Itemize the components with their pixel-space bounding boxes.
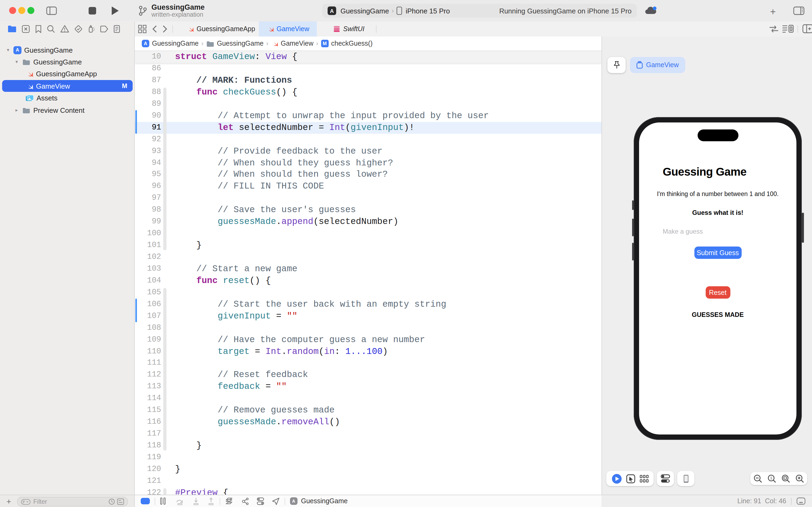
filter-field[interactable]: Filter: [17, 497, 128, 506]
reports-navigator-icon[interactable]: [113, 24, 120, 33]
line-number[interactable]: 98: [135, 204, 161, 216]
go-forward-icon[interactable]: [162, 25, 168, 33]
toggle-inspector-icon[interactable]: [793, 6, 805, 15]
code-line[interactable]: 91 let selectedNumber = Int(givenInput)!: [135, 122, 601, 133]
code-line[interactable]: 104 func reset() {: [135, 275, 601, 287]
code-line[interactable]: 89: [135, 98, 601, 110]
code-line[interactable]: 101 }: [135, 239, 601, 251]
editor-options-icon[interactable]: [782, 24, 794, 33]
code-line[interactable]: 107 givenInput = "": [135, 310, 601, 322]
selectable-mode-icon[interactable]: [626, 474, 635, 483]
line-number[interactable]: 111: [135, 357, 161, 369]
line-number[interactable]: 94: [135, 157, 161, 169]
code-line[interactable]: 117: [135, 428, 601, 440]
branch-name[interactable]: written-explanation: [152, 11, 205, 18]
stop-button[interactable]: [89, 7, 96, 14]
code-line[interactable]: 92: [135, 133, 601, 145]
tree-item-guessinggameapp[interactable]: GuessingGameApp: [0, 68, 134, 80]
line-number[interactable]: 90: [135, 110, 161, 122]
guess-input[interactable]: Make a guess: [663, 228, 703, 235]
scheme-name[interactable]: GuessingGame: [341, 7, 389, 15]
disclosure-down-icon[interactable]: ▾: [5, 47, 11, 53]
debug-navigator-icon[interactable]: [88, 24, 95, 33]
pin-preview-button[interactable]: [607, 57, 626, 73]
code-line[interactable]: 113 feedback = "": [135, 381, 601, 393]
line-number[interactable]: 121: [135, 475, 161, 487]
code-line[interactable]: 10struct GameView: View {: [135, 51, 601, 63]
tab-guessinggameapp[interactable]: GuessingGameApp: [179, 21, 263, 37]
code-line[interactable]: 121: [135, 475, 601, 487]
go-back-icon[interactable]: [152, 25, 157, 33]
running-app-label[interactable]: GuessingGame: [301, 497, 348, 505]
line-number[interactable]: 105: [135, 287, 161, 299]
line-number[interactable]: 118: [135, 440, 161, 452]
zoom-out-icon[interactable]: [753, 474, 762, 483]
line-number[interactable]: 102: [135, 251, 161, 263]
code-line[interactable]: 116 guessesMade.removeAll(): [135, 416, 601, 428]
code-line[interactable]: 86: [135, 63, 601, 75]
tests-navigator-icon[interactable]: [74, 24, 83, 33]
tree-item-gameview[interactable]: GameView M: [2, 80, 133, 92]
reset-button[interactable]: Reset: [705, 286, 730, 299]
live-preview-icon[interactable]: [612, 473, 622, 484]
breadcrumb-item-group[interactable]: GuessingGame: [206, 40, 264, 47]
toggle-sidebar-icon[interactable]: [46, 6, 57, 15]
breakpoints-navigator-icon[interactable]: [100, 25, 109, 33]
simulate-location-icon[interactable]: [272, 497, 280, 505]
code-line[interactable]: 109 // Have the computer guess a new num…: [135, 334, 601, 346]
bookmarks-navigator-icon[interactable]: [35, 24, 42, 33]
code-line[interactable]: 98 // Save the user's guesses: [135, 204, 601, 216]
tree-item-project[interactable]: ▾ A GuessingGame: [0, 44, 134, 56]
tab-gameview[interactable]: GameView: [259, 21, 317, 37]
line-number[interactable]: 119: [135, 452, 161, 463]
line-number[interactable]: 120: [135, 463, 161, 475]
line-number[interactable]: 95: [135, 169, 161, 181]
line-number[interactable]: 113: [135, 381, 161, 393]
add-editor-icon[interactable]: [802, 24, 812, 33]
close-button[interactable]: [9, 7, 16, 14]
pause-execution-icon[interactable]: [160, 497, 166, 505]
run-destination[interactable]: iPhone 15 Pro: [406, 7, 450, 15]
line-number[interactable]: 87: [135, 75, 161, 87]
line-number[interactable]: 106: [135, 299, 161, 311]
variants-mode-icon[interactable]: [639, 474, 648, 483]
line-number[interactable]: 110: [135, 346, 161, 357]
line-number[interactable]: 116: [135, 416, 161, 428]
tab-overview-icon[interactable]: [138, 25, 147, 33]
zoom-100-icon[interactable]: 1: [767, 474, 776, 483]
code-line[interactable]: 93 // Provide feedback to the user: [135, 145, 601, 157]
code-line[interactable]: 111: [135, 357, 601, 369]
line-number[interactable]: 117: [135, 428, 161, 440]
code-line[interactable]: 119: [135, 452, 601, 463]
line-number[interactable]: 108: [135, 322, 161, 334]
cloud-status-icon[interactable]: [644, 6, 657, 15]
code-line[interactable]: 100: [135, 228, 601, 239]
line-number[interactable]: 86: [135, 63, 161, 75]
code-line[interactable]: 115 // Remove guesses made: [135, 404, 601, 416]
issues-navigator-icon[interactable]: [60, 25, 69, 33]
code-line[interactable]: 90 // Attempt to unwrap the input provid…: [135, 110, 601, 122]
line-number[interactable]: 115: [135, 404, 161, 416]
line-number[interactable]: 99: [135, 216, 161, 228]
tree-item-assets[interactable]: Assets: [0, 92, 134, 104]
code-line[interactable]: 103 // Start a new game: [135, 263, 601, 275]
preview-tab-chip[interactable]: GameView: [630, 57, 685, 73]
code-line[interactable]: 120}: [135, 463, 601, 475]
run-button[interactable]: [111, 6, 119, 15]
line-number[interactable]: 92: [135, 133, 161, 145]
code-line[interactable]: 108: [135, 322, 601, 334]
code-line[interactable]: 99 guessesMade.append(selectedNumber): [135, 216, 601, 228]
code-line[interactable]: 95 // When should then guess lower?: [135, 169, 601, 181]
code-line[interactable]: 106 // Start the user back with an empty…: [135, 299, 601, 311]
line-number[interactable]: 91: [135, 122, 161, 133]
code-line[interactable]: 122#Preview {: [135, 487, 601, 495]
new-tab-button[interactable]: +: [770, 6, 776, 18]
breadcrumb-item-project[interactable]: A GuessingGame: [142, 40, 199, 47]
breakpoints-toggle[interactable]: [141, 498, 150, 505]
line-number[interactable]: 96: [135, 181, 161, 192]
scheme-bar[interactable]: A GuessingGame › iPhone 15 Pro Running G…: [322, 4, 637, 18]
line-number[interactable]: 93: [135, 145, 161, 157]
line-number[interactable]: 112: [135, 369, 161, 381]
line-number[interactable]: 109: [135, 334, 161, 346]
code-line[interactable]: 114: [135, 393, 601, 405]
